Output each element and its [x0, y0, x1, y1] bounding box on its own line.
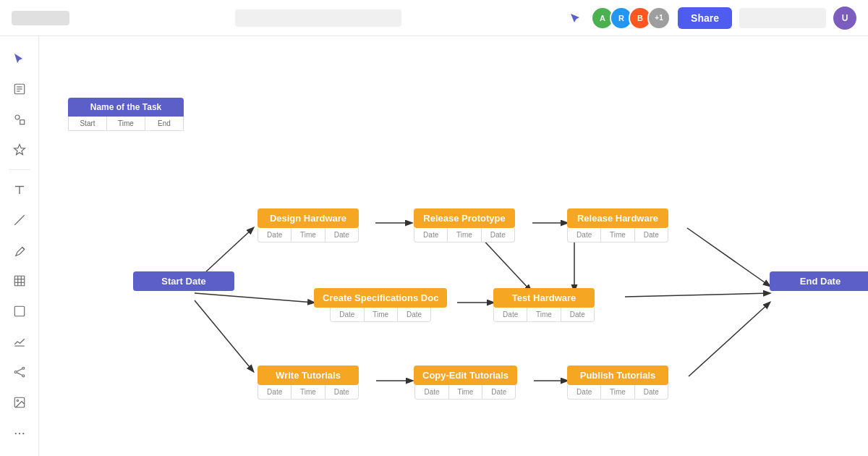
topbar: A R B +1 Share U	[0, 0, 868, 36]
release-prototype-node[interactable]: Release Prototype Date Time Date	[414, 208, 515, 242]
pert-diagram: Name of the Task Start Time End Start Da…	[39, 36, 868, 456]
write-tutorials-node[interactable]: Write Tutorials Date Time Date	[258, 366, 359, 400]
write-tutorials-fields: Date Time Date	[258, 385, 359, 400]
sidebar-item-line[interactable]	[6, 206, 33, 234]
svg-line-38	[195, 300, 253, 371]
create-spec-label: Create Specifications Doc	[314, 288, 447, 308]
create-spec-fields: Date Time Date	[330, 308, 431, 322]
copy-edit-node[interactable]: Copy-Edit Tutorials Date Time Date	[414, 366, 517, 400]
ce-field-date-1: Date	[415, 385, 448, 399]
sidebar-item-text[interactable]	[6, 176, 33, 203]
topbar-left	[12, 11, 69, 25]
cursor-icon	[566, 9, 584, 27]
breadcrumb[interactable]	[235, 9, 401, 27]
copy-edit-fields: Date Time Date	[414, 385, 516, 400]
sidebar-item-more[interactable]	[6, 420, 33, 447]
sidebar-item-pen[interactable]	[6, 237, 33, 264]
search-bar[interactable]	[739, 8, 826, 28]
th-field-date-2: Date	[561, 308, 594, 321]
release-hardware-label: Release Hardware	[567, 208, 668, 228]
svg-rect-19	[14, 276, 25, 286]
left-sidebar	[0, 36, 39, 456]
share-button[interactable]: Share	[678, 7, 732, 29]
test-hardware-fields: Date Time Date	[493, 308, 595, 322]
pt-field-time: Time	[601, 385, 634, 399]
th-field-time: Time	[527, 308, 561, 321]
cs-field-time: Time	[365, 308, 398, 321]
th-field-date-1: Date	[494, 308, 527, 321]
canvas-area[interactable]: Name of the Task Start Time End Start Da…	[39, 36, 868, 456]
svg-line-29	[17, 369, 22, 372]
test-hardware-label: Test Hardware	[493, 288, 595, 308]
svg-marker-14	[14, 145, 25, 155]
legend-field-end: End	[145, 117, 183, 130]
test-hardware-node[interactable]: Test Hardware Date Time Date	[493, 288, 595, 322]
pt-field-date-2: Date	[635, 385, 668, 399]
svg-line-30	[17, 373, 22, 376]
publish-tutorials-node[interactable]: Publish Tutorials Date Time Date	[567, 366, 668, 400]
write-tutorials-label: Write Tutorials	[258, 366, 359, 385]
start-date-node[interactable]: Start Date	[133, 271, 234, 291]
rp-field-time: Time	[448, 228, 481, 242]
svg-point-33	[14, 433, 16, 434]
ce-field-time: Time	[449, 385, 482, 399]
rh-field-date-2: Date	[635, 228, 668, 242]
legend-header: Name of the Task	[68, 98, 184, 117]
svg-point-32	[17, 400, 18, 401]
sidebar-item-shapes[interactable]	[6, 106, 33, 133]
release-hardware-fields: Date Time Date	[567, 228, 668, 242]
start-date-label: Start Date	[133, 271, 234, 291]
sidebar-item-cursor[interactable]	[6, 45, 33, 72]
sidebar-item-table[interactable]	[6, 267, 33, 295]
ce-field-date-2: Date	[482, 385, 515, 399]
field-date-2: Date	[326, 228, 358, 242]
copy-edit-label: Copy-Edit Tutorials	[414, 366, 517, 385]
svg-point-28	[22, 375, 24, 377]
svg-point-26	[14, 371, 17, 373]
sidebar-item-star[interactable]	[6, 136, 33, 164]
legend-field-time: Time	[107, 117, 145, 130]
design-hardware-node[interactable]: Design Hardware Date Time Date	[258, 208, 359, 242]
sidebar-item-image[interactable]	[6, 389, 33, 416]
svg-rect-24	[14, 306, 25, 316]
legend-node: Name of the Task Start Time End	[68, 98, 184, 131]
pt-field-date-1: Date	[568, 385, 601, 399]
sidebar-item-diagram[interactable]	[6, 358, 33, 386]
svg-line-48	[689, 303, 770, 376]
svg-point-35	[22, 433, 24, 434]
rp-field-date-2: Date	[482, 228, 514, 242]
design-hardware-label: Design Hardware	[258, 208, 359, 228]
sidebar-item-note[interactable]	[6, 297, 33, 325]
svg-line-17	[14, 215, 25, 225]
topbar-right: A R B +1 Share U	[566, 7, 856, 30]
release-prototype-fields: Date Time Date	[414, 228, 515, 242]
user-avatar[interactable]: U	[833, 7, 856, 30]
release-hardware-node[interactable]: Release Hardware Date Time Date	[567, 208, 668, 242]
release-prototype-label: Release Prototype	[414, 208, 515, 228]
cs-field-date-1: Date	[331, 308, 364, 321]
legend-field-start: Start	[69, 117, 107, 130]
end-date-label: End Date	[770, 271, 868, 291]
publish-tutorials-label: Publish Tutorials	[567, 366, 668, 385]
wt-field-date-1: Date	[258, 385, 292, 399]
svg-line-18	[22, 248, 24, 250]
sidebar-item-chart[interactable]	[6, 328, 33, 355]
cs-field-date-2: Date	[398, 308, 430, 321]
svg-rect-13	[20, 120, 24, 124]
rp-field-date-1: Date	[414, 228, 448, 242]
end-date-node[interactable]: End Date	[770, 271, 868, 291]
svg-point-12	[15, 115, 20, 119]
collaborators-avatars: A R B +1	[591, 7, 671, 30]
sidebar-item-document[interactable]	[6, 75, 33, 103]
svg-point-34	[18, 433, 20, 434]
legend-fields: Start Time End	[68, 117, 184, 131]
svg-line-37	[195, 293, 314, 303]
avatar-count: +1	[647, 7, 671, 30]
field-time-1: Time	[292, 228, 325, 242]
svg-line-42	[479, 235, 531, 291]
rh-field-date-1: Date	[568, 228, 601, 242]
field-date-1: Date	[258, 228, 292, 242]
svg-point-27	[22, 367, 24, 369]
rh-field-time: Time	[601, 228, 634, 242]
create-spec-node[interactable]: Create Specifications Doc Date Time Date	[314, 288, 447, 322]
